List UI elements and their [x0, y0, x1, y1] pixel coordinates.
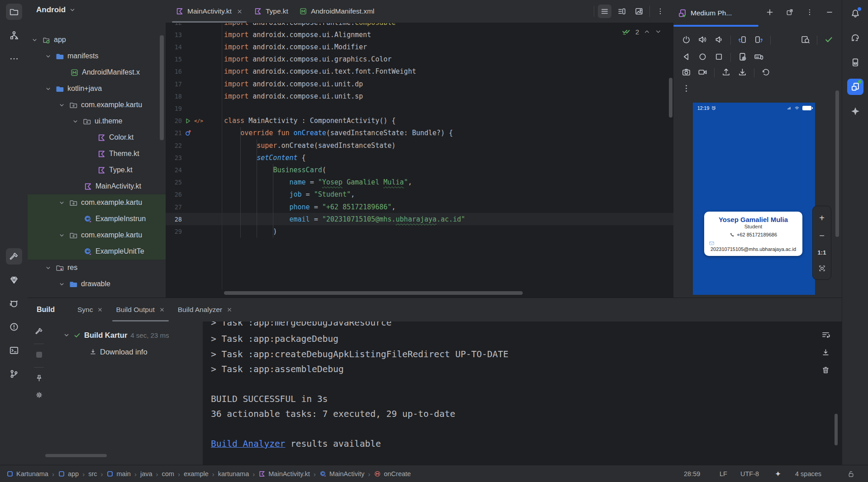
build-tree-root[interactable]: Build Kartur4 sec, 23 ms — [63, 331, 169, 340]
code-line-26[interactable]: 26 job = "Student", — [166, 189, 673, 201]
code-line-22[interactable]: 22 super.onCreate(savedInstanceState) — [166, 139, 673, 151]
tool-strip-button-device-manager[interactable] — [847, 54, 863, 71]
project-tree-item-com-example-kartu[interactable]: com.example.kartu — [28, 227, 166, 243]
chevron-down-icon[interactable] — [58, 199, 69, 206]
kebab-button[interactable] — [682, 84, 691, 95]
view-mode-code-view[interactable] — [598, 5, 611, 18]
close-x-icon[interactable] — [97, 307, 103, 313]
chevron-down-icon[interactable] — [45, 265, 56, 271]
console-scrollbar[interactable] — [835, 414, 838, 445]
file-encoding[interactable]: UTF-8 — [740, 465, 759, 482]
code-line-27[interactable]: 27 phone = "+62 85172189686", — [166, 201, 673, 213]
project-tree-item-exampleunitte[interactable]: ExampleUnitTe — [28, 243, 166, 260]
minimize-button[interactable] — [825, 8, 834, 18]
prev-problem-icon[interactable] — [644, 27, 650, 36]
trash-button[interactable] — [821, 366, 830, 376]
code-line-25[interactable]: 25 name = "Yosep Gamaliel Mulia", — [166, 176, 673, 189]
scroll-to-end-button[interactable] — [821, 348, 830, 359]
zoom-ratio[interactable]: 1:1 — [818, 249, 826, 256]
nav-back-button[interactable] — [682, 52, 691, 63]
power-button[interactable] — [682, 35, 691, 46]
chevron-down-icon[interactable] — [31, 37, 42, 43]
device-screen-mirror[interactable]: 12:19 Yosep Gamaliel Mulia Student — [693, 103, 815, 295]
chevron-down-icon[interactable] — [63, 331, 70, 340]
tool-strip-button-notifications-bell[interactable] — [847, 5, 863, 22]
tool-strip-button-build-hammer[interactable] — [6, 248, 22, 265]
pin-button[interactable] — [35, 374, 43, 384]
code-line-13[interactable]: 13import androidx.compose.ui.Alignment — [166, 28, 673, 41]
caret-position[interactable]: 28:59 — [684, 465, 700, 482]
project-tree-item-mainactivity-kt[interactable]: MainActivity.kt — [28, 178, 166, 194]
code-line-24[interactable]: 24 BusinessCard( — [166, 164, 673, 176]
chevron-down-icon[interactable] — [58, 232, 69, 239]
plus-button[interactable] — [766, 8, 774, 18]
next-problem-icon[interactable] — [655, 27, 662, 36]
tool-strip-button-more-horizontal[interactable] — [6, 51, 22, 67]
breadcrumb-mainactivity[interactable]: MainActivity — [320, 470, 364, 477]
chevron-down-icon[interactable] — [45, 85, 56, 92]
screen-record-button[interactable] — [698, 67, 707, 79]
code-line-14[interactable]: 14import androidx.compose.ui.Modifier — [166, 41, 673, 53]
chevron-down-icon[interactable] — [72, 118, 83, 125]
stop-square-button[interactable] — [35, 350, 43, 361]
project-tree-item-exampleinstrun[interactable]: ExampleInstrun — [28, 211, 166, 227]
code-line-17[interactable]: 17import androidx.compose.ui.unit.dp — [166, 78, 673, 90]
tool-strip-button-build-variants-gem[interactable] — [6, 272, 22, 288]
chevron-down-icon[interactable] — [58, 102, 69, 109]
editor-more-menu[interactable] — [653, 5, 667, 18]
build-console[interactable]: > Task :app:mergeDebugJavaResource> Task… — [203, 321, 842, 465]
tool-strip-button-terminal[interactable] — [6, 342, 22, 359]
breadcrumb-mainactivity-kt[interactable]: MainActivity.kt — [258, 470, 310, 477]
build-tree-download-info[interactable]: Download info — [89, 348, 148, 356]
project-scrollbar[interactable] — [160, 35, 164, 140]
breadcrumb-oncreate[interactable]: onCreate — [374, 470, 411, 477]
view-mode-split-view[interactable] — [615, 5, 629, 18]
build-tab-sync[interactable]: Sync — [71, 298, 110, 321]
tool-strip-button-gradle-elephant[interactable] — [847, 30, 863, 46]
volume-up-button[interactable] — [698, 35, 707, 46]
close-x-icon[interactable] — [159, 307, 165, 313]
view-mode-design-view[interactable] — [632, 5, 646, 18]
build-tab-build-output[interactable]: Build Output — [110, 298, 171, 321]
layout-inspector-button[interactable] — [801, 35, 810, 46]
indent-setting[interactable]: 4 spaces — [795, 465, 821, 482]
breadcrumb-com[interactable]: com — [162, 470, 174, 477]
inspections-widget[interactable]: 2 — [622, 27, 662, 36]
build-analyzer-link[interactable]: Build Analyzer — [211, 439, 285, 449]
project-view-selector[interactable]: Android — [36, 5, 76, 14]
project-tree-item-color-kt[interactable]: Color.kt — [28, 129, 166, 146]
gutter-run-icon[interactable] — [185, 118, 191, 124]
lock-icon[interactable] — [847, 465, 855, 482]
device-tab-label[interactable]: Medium Ph... — [691, 9, 732, 17]
editor-hscrollbar[interactable] — [224, 291, 523, 295]
zoom-out-button[interactable]: − — [819, 231, 825, 240]
code-line-19[interactable]: 19 — [166, 102, 673, 114]
tool-strip-button-logcat-cat[interactable] — [6, 295, 22, 312]
breadcrumb-java[interactable]: java — [140, 470, 153, 477]
camera-screenshot-button[interactable] — [682, 67, 691, 79]
device-settings-button[interactable] — [738, 52, 747, 63]
soft-wrap-button[interactable] — [821, 331, 830, 341]
build-tree-hscrollbar[interactable] — [45, 454, 107, 457]
code-line-29[interactable]: 29 ) — [166, 225, 673, 237]
zoom-in-button[interactable]: + — [819, 213, 825, 222]
build-tab-build-analyzer[interactable]: Build Analyzer — [172, 298, 239, 321]
open-in-window-button[interactable] — [786, 8, 794, 18]
project-tree-item-kotlin-java[interactable]: kotlin+java — [28, 80, 166, 97]
project-tree-item-androidmanifest-x[interactable]: AndroidManifest.x — [28, 64, 166, 80]
close-x-icon[interactable] — [236, 8, 243, 15]
reset-history-button[interactable] — [761, 67, 771, 79]
project-tree-item-drawable[interactable]: drawable — [28, 276, 166, 292]
close-x-icon[interactable] — [226, 307, 233, 313]
breadcrumb-app[interactable]: app — [58, 470, 79, 477]
hammer-small-button[interactable] — [35, 327, 43, 337]
gutter-override-icon[interactable] — [185, 129, 192, 137]
code-line-15[interactable]: 15import androidx.compose.ui.graphics.Co… — [166, 53, 673, 66]
breadcrumb-kartunama[interactable]: Kartunama — [6, 470, 48, 477]
kebab-button[interactable] — [806, 8, 814, 18]
tool-strip-button-version-control[interactable] — [6, 366, 22, 382]
project-tree-item-ui-theme[interactable]: ui.theme — [28, 113, 166, 129]
editor-tab-androidmanifest-xml[interactable]: AndroidManifest.xml — [294, 0, 380, 23]
code-line-23[interactable]: 23 setContent { — [166, 151, 673, 164]
project-tree-item-type-kt[interactable]: Type.kt — [28, 162, 166, 178]
